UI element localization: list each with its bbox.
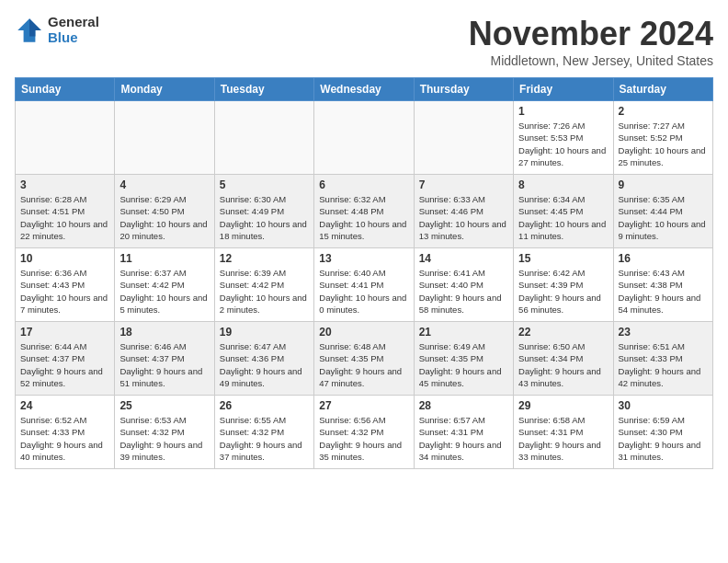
calendar-cell — [16, 101, 115, 175]
calendar-cell: 26Sunrise: 6:55 AM Sunset: 4:32 PM Dayli… — [214, 396, 313, 469]
calendar-cell: 15Sunrise: 6:42 AM Sunset: 4:39 PM Dayli… — [514, 248, 613, 322]
day-number: 23 — [619, 326, 708, 339]
calendar-cell: 25Sunrise: 6:53 AM Sunset: 4:32 PM Dayli… — [115, 396, 214, 469]
day-number: 16 — [619, 252, 708, 265]
day-info: Sunrise: 6:36 AM Sunset: 4:43 PM Dayligh… — [20, 267, 109, 316]
calendar-week-row: 3Sunrise: 6:28 AM Sunset: 4:51 PM Daylig… — [16, 175, 713, 248]
calendar-cell: 8Sunrise: 6:34 AM Sunset: 4:45 PM Daylig… — [514, 175, 613, 248]
day-number: 24 — [20, 399, 109, 412]
calendar-cell: 14Sunrise: 6:41 AM Sunset: 4:40 PM Dayli… — [414, 248, 513, 322]
calendar-cell: 28Sunrise: 6:57 AM Sunset: 4:31 PM Dayli… — [414, 396, 513, 469]
day-number: 29 — [518, 399, 608, 412]
calendar-cell: 13Sunrise: 6:40 AM Sunset: 4:41 PM Dayli… — [314, 248, 414, 322]
calendar-cell: 2Sunrise: 7:27 AM Sunset: 5:52 PM Daylig… — [613, 101, 712, 175]
calendar-cell: 22Sunrise: 6:50 AM Sunset: 4:34 PM Dayli… — [514, 322, 613, 396]
day-info: Sunrise: 6:48 AM Sunset: 4:35 PM Dayligh… — [319, 340, 408, 389]
page-header: General Blue November 2024 Middletown, N… — [15, 15, 713, 68]
calendar-cell — [414, 101, 513, 175]
day-info: Sunrise: 6:55 AM Sunset: 4:32 PM Dayligh… — [220, 414, 309, 463]
day-number: 25 — [119, 399, 209, 412]
day-info: Sunrise: 6:35 AM Sunset: 4:44 PM Dayligh… — [619, 193, 708, 242]
calendar-cell — [115, 101, 214, 175]
day-number: 14 — [419, 252, 508, 265]
calendar-day-header: Wednesday — [314, 78, 414, 101]
calendar-cell: 16Sunrise: 6:43 AM Sunset: 4:38 PM Dayli… — [613, 248, 712, 322]
calendar-day-header: Thursday — [414, 78, 513, 101]
calendar-day-header: Sunday — [16, 78, 115, 101]
calendar-cell: 19Sunrise: 6:47 AM Sunset: 4:36 PM Dayli… — [214, 322, 313, 396]
day-number: 18 — [119, 326, 209, 339]
calendar-table: SundayMondayTuesdayWednesdayThursdayFrid… — [15, 77, 713, 469]
logo-general-text: General — [48, 15, 99, 30]
day-info: Sunrise: 6:59 AM Sunset: 4:30 PM Dayligh… — [619, 414, 708, 463]
day-number: 11 — [119, 252, 209, 265]
day-number: 6 — [319, 178, 408, 191]
day-info: Sunrise: 6:42 AM Sunset: 4:39 PM Dayligh… — [518, 267, 608, 316]
calendar-cell: 11Sunrise: 6:37 AM Sunset: 4:42 PM Dayli… — [115, 248, 214, 322]
calendar-cell: 10Sunrise: 6:36 AM Sunset: 4:43 PM Dayli… — [16, 248, 115, 322]
logo: General Blue — [15, 15, 99, 45]
day-info: Sunrise: 6:43 AM Sunset: 4:38 PM Dayligh… — [619, 267, 708, 316]
title-block: November 2024 Middletown, New Jersey, Un… — [469, 15, 713, 68]
day-info: Sunrise: 6:51 AM Sunset: 4:33 PM Dayligh… — [619, 340, 708, 389]
day-info: Sunrise: 6:34 AM Sunset: 4:45 PM Dayligh… — [518, 193, 608, 242]
day-info: Sunrise: 6:58 AM Sunset: 4:31 PM Dayligh… — [518, 414, 608, 463]
day-number: 5 — [220, 178, 309, 191]
calendar-cell — [314, 101, 414, 175]
svg-marker-1 — [29, 18, 41, 36]
month-title: November 2024 — [469, 15, 713, 53]
day-info: Sunrise: 7:27 AM Sunset: 5:52 PM Dayligh… — [619, 120, 708, 168]
day-info: Sunrise: 6:52 AM Sunset: 4:33 PM Dayligh… — [20, 414, 109, 463]
day-number: 22 — [518, 326, 608, 339]
day-number: 30 — [619, 399, 708, 412]
day-info: Sunrise: 6:32 AM Sunset: 4:48 PM Dayligh… — [319, 193, 408, 242]
day-number: 7 — [419, 178, 508, 191]
calendar-cell: 6Sunrise: 6:32 AM Sunset: 4:48 PM Daylig… — [314, 175, 414, 248]
day-info: Sunrise: 6:50 AM Sunset: 4:34 PM Dayligh… — [518, 340, 608, 389]
day-number: 26 — [220, 399, 309, 412]
calendar-cell: 29Sunrise: 6:58 AM Sunset: 4:31 PM Dayli… — [514, 396, 613, 469]
day-number: 2 — [619, 105, 708, 118]
calendar-cell: 3Sunrise: 6:28 AM Sunset: 4:51 PM Daylig… — [16, 175, 115, 248]
calendar-cell: 20Sunrise: 6:48 AM Sunset: 4:35 PM Dayli… — [314, 322, 414, 396]
day-number: 17 — [20, 326, 109, 339]
calendar-week-row: 10Sunrise: 6:36 AM Sunset: 4:43 PM Dayli… — [16, 248, 713, 322]
day-number: 10 — [20, 252, 109, 265]
day-number: 8 — [518, 178, 608, 191]
calendar-cell: 21Sunrise: 6:49 AM Sunset: 4:35 PM Dayli… — [414, 322, 513, 396]
day-info: Sunrise: 6:28 AM Sunset: 4:51 PM Dayligh… — [20, 193, 109, 242]
day-info: Sunrise: 6:47 AM Sunset: 4:36 PM Dayligh… — [220, 340, 309, 389]
day-info: Sunrise: 7:26 AM Sunset: 5:53 PM Dayligh… — [518, 120, 608, 168]
day-info: Sunrise: 6:40 AM Sunset: 4:41 PM Dayligh… — [319, 267, 408, 316]
calendar-cell: 27Sunrise: 6:56 AM Sunset: 4:32 PM Dayli… — [314, 396, 414, 469]
day-info: Sunrise: 6:44 AM Sunset: 4:37 PM Dayligh… — [20, 340, 109, 389]
logo-icon — [15, 16, 44, 45]
calendar-cell: 30Sunrise: 6:59 AM Sunset: 4:30 PM Dayli… — [613, 396, 712, 469]
logo-text: General Blue — [48, 15, 99, 45]
day-number: 19 — [220, 326, 309, 339]
day-info: Sunrise: 6:57 AM Sunset: 4:31 PM Dayligh… — [419, 414, 508, 463]
day-info: Sunrise: 6:30 AM Sunset: 4:49 PM Dayligh… — [220, 193, 309, 242]
logo-blue-text: Blue — [48, 30, 99, 46]
day-info: Sunrise: 6:37 AM Sunset: 4:42 PM Dayligh… — [119, 267, 209, 316]
day-info: Sunrise: 6:29 AM Sunset: 4:50 PM Dayligh… — [119, 193, 209, 242]
day-number: 20 — [319, 326, 408, 339]
calendar-week-row: 1Sunrise: 7:26 AM Sunset: 5:53 PM Daylig… — [16, 101, 713, 175]
calendar-cell: 9Sunrise: 6:35 AM Sunset: 4:44 PM Daylig… — [613, 175, 712, 248]
day-number: 28 — [419, 399, 508, 412]
calendar-week-row: 17Sunrise: 6:44 AM Sunset: 4:37 PM Dayli… — [16, 322, 713, 396]
calendar-cell — [214, 101, 313, 175]
calendar-cell: 23Sunrise: 6:51 AM Sunset: 4:33 PM Dayli… — [613, 322, 712, 396]
day-number: 21 — [419, 326, 508, 339]
day-number: 27 — [319, 399, 408, 412]
day-number: 13 — [319, 252, 408, 265]
day-info: Sunrise: 6:33 AM Sunset: 4:46 PM Dayligh… — [419, 193, 508, 242]
calendar-day-header: Friday — [514, 78, 613, 101]
calendar-header-row: SundayMondayTuesdayWednesdayThursdayFrid… — [16, 78, 713, 101]
calendar-day-header: Monday — [115, 78, 214, 101]
day-info: Sunrise: 6:39 AM Sunset: 4:42 PM Dayligh… — [220, 267, 309, 316]
calendar-day-header: Saturday — [613, 78, 712, 101]
calendar-cell: 12Sunrise: 6:39 AM Sunset: 4:42 PM Dayli… — [214, 248, 313, 322]
day-number: 12 — [220, 252, 309, 265]
day-number: 15 — [518, 252, 608, 265]
